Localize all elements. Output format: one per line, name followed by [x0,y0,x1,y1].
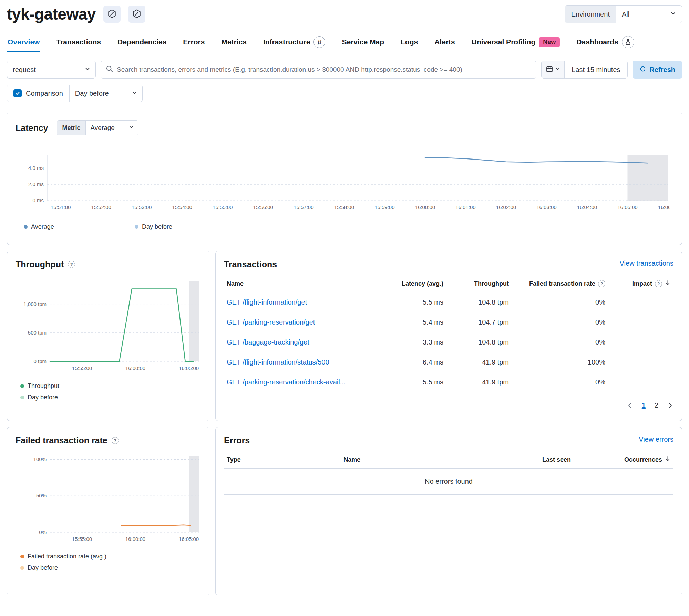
column-header-occurrences[interactable]: Occurrences [574,451,673,469]
svg-text:16:05:00: 16:05:00 [179,536,199,542]
impact-cell [608,292,673,312]
transactions-table: Name Latency (avg.) Throughput Failed tr… [224,275,673,392]
search-bar-row: request Last 15 minutes [7,61,682,79]
environment-filter: Environment All [565,5,682,23]
legend-label: Failed transaction rate (avg.) [28,553,106,560]
transactions-panel-title: Transactions [224,259,277,269]
transaction-link[interactable]: GET /flight-information/get [227,298,307,306]
throughput-cell: 104.8 tpm [446,332,512,352]
table-row: GET /parking-reservation/check-avail... … [224,372,673,392]
pagination: 1 2 [224,401,673,409]
legend-item-day-before: Day before [135,223,172,230]
tab-overview[interactable]: Overview [7,34,40,52]
legend-item-average: Average [24,223,135,230]
environment-label: Environment [565,6,616,23]
legend-dot [20,384,24,388]
errors-panel-title: Errors [224,435,250,445]
time-range-button[interactable]: Last 15 minutes [565,61,627,78]
comparison-period-select[interactable]: Day before [69,85,142,102]
svg-text:0%: 0% [39,529,47,535]
svg-text:2.0 ms: 2.0 ms [28,181,44,187]
transaction-link[interactable]: GET /baggage-tracking/get [227,338,309,346]
chevron-down-icon [555,66,560,73]
table-row: GET /parking-reservation/get 5.4 ms 104.… [224,312,673,332]
svg-text:15:51:00: 15:51:00 [51,204,71,210]
tab-errors[interactable]: Errors [182,34,205,52]
tab-dependencies[interactable]: Dependencies [117,34,167,52]
service-tabs: Overview Transactions Dependencies Error… [7,32,682,54]
environment-select[interactable]: All [616,6,682,23]
service-hexagon-button-2[interactable] [128,6,145,23]
legend-label: Day before [142,223,172,230]
svg-text:16:05:00: 16:05:00 [179,365,199,371]
failure-rate-cell: 0% [512,312,608,332]
comparison-checkbox[interactable] [13,89,22,97]
help-icon[interactable]: ? [68,261,75,268]
pagination-page-1[interactable]: 1 [642,401,646,409]
refresh-button[interactable]: Refresh [633,61,682,79]
sort-desc-icon [665,456,671,463]
refresh-label: Refresh [650,66,675,74]
failure-rate-cell: 0% [512,372,608,392]
failed-rate-legend: Failed transaction rate (avg.) Day befor… [20,553,201,572]
throughput-cell: 41.9 tpm [446,372,512,392]
column-header-impact[interactable]: Impact ? [608,275,673,292]
view-errors-link[interactable]: View errors [639,435,673,443]
tab-transactions[interactable]: Transactions [55,34,102,52]
failure-rate-cell: 0% [512,332,608,352]
tab-alerts[interactable]: Alerts [434,34,456,52]
search-icon [106,65,113,74]
query-field-select[interactable]: request [7,61,96,79]
svg-text:15:54:00: 15:54:00 [172,204,192,210]
tab-infrastructure[interactable]: Infrastructure β [263,33,326,54]
throughput-legend: Throughput Day before [20,382,201,401]
tab-metrics[interactable]: Metrics [220,34,247,52]
tab-dashboards[interactable]: Dashboards [576,32,635,54]
svg-text:15:55:00: 15:55:00 [72,365,92,371]
calendar-icon [546,65,553,74]
comparison-checkbox-label[interactable]: Comparison [7,85,69,102]
impact-cell [608,352,673,372]
tab-universal-profiling[interactable]: Universal Profiling New [471,34,561,53]
tab-service-map[interactable]: Service Map [341,34,385,52]
service-hexagon-button-1[interactable] [103,6,121,23]
latency-chart[interactable]: 0 ms2.0 ms4.0 ms15:51:0015:52:0015:53:00… [16,153,673,215]
column-header-type: Type [224,451,341,469]
impact-cell [608,312,673,332]
view-transactions-link[interactable]: View transactions [620,259,673,267]
svg-text:15:57:00: 15:57:00 [294,204,313,210]
quick-select-button[interactable] [542,61,565,78]
comparison-control: Comparison Day before [7,85,143,102]
legend-dot [24,225,28,229]
failure-rate-cell: 0% [512,292,608,312]
impact-cell [608,332,673,352]
transaction-link[interactable]: GET /flight-information/status/500 [227,358,329,366]
pagination-prev-icon[interactable] [627,402,633,409]
pagination-page-2[interactable]: 2 [655,401,658,409]
tab-label: Alerts [434,38,455,46]
legend-label: Throughput [28,382,59,390]
tab-logs[interactable]: Logs [400,34,419,52]
latency-metric-select[interactable]: Average [86,121,138,135]
transaction-link[interactable]: GET /parking-reservation/check-avail... [227,378,346,386]
chevron-down-icon [131,90,137,97]
search-input[interactable] [117,66,531,73]
comparison-period-value: Day before [75,90,109,97]
help-icon[interactable]: ? [598,280,605,287]
chevron-down-icon [84,66,91,74]
failed-rate-chart[interactable]: 0%50%100%15:55:0016:00:0016:05:00 [16,454,201,546]
help-icon[interactable]: ? [655,280,662,287]
svg-text:16:00:00: 16:00:00 [125,536,145,542]
latency-cell: 5.5 ms [381,372,446,392]
column-header-latency: Latency (avg.) [381,275,446,292]
tab-label: Transactions [56,38,101,46]
transaction-link[interactable]: GET /parking-reservation/get [227,318,315,326]
svg-text:15:56:00: 15:56:00 [253,204,273,210]
tab-label: Metrics [221,38,247,46]
column-header-last-seen: Last seen [470,451,574,469]
help-icon[interactable]: ? [112,437,119,444]
svg-text:0 tpm: 0 tpm [33,358,47,364]
throughput-chart[interactable]: 0 tpm500 tpm1,000 tpm15:55:0016:00:0016:… [16,278,201,376]
pagination-next-icon[interactable] [667,402,673,409]
metric-label: Metric [57,121,85,135]
